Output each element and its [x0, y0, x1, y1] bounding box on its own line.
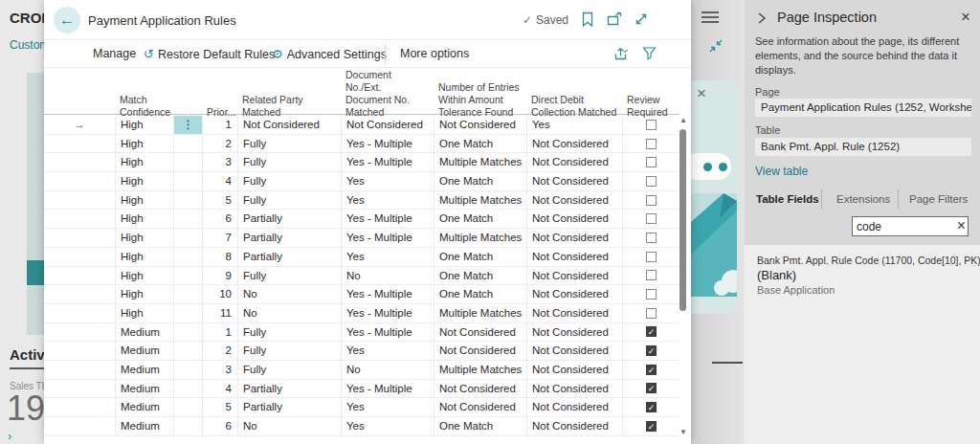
- cell-match-confidence[interactable]: High: [115, 248, 173, 266]
- cell-document-no[interactable]: Not Considered: [341, 116, 434, 134]
- review-required-checkbox[interactable]: ✓: [646, 402, 657, 412]
- cell-priority[interactable]: 1: [202, 323, 237, 342]
- cell-related-party[interactable]: Not Considered: [237, 116, 341, 134]
- cell-match-confidence[interactable]: High: [115, 229, 173, 247]
- cell-document-no[interactable]: Yes - Multiple: [341, 380, 434, 398]
- cell-direct-debit[interactable]: Not Considered: [526, 285, 622, 303]
- back-button[interactable]: ←: [54, 7, 80, 33]
- table-row[interactable]: High6PartiallyYes - MultipleOne MatchNot…: [44, 210, 679, 229]
- cell-ellipsis[interactable]: [173, 285, 202, 303]
- table-row[interactable]: Medium1FullyYes - MultipleNot Considered…: [44, 323, 679, 343]
- table-row[interactable]: High9FullyNoOne MatchNot Considered: [44, 267, 679, 286]
- cell-match-confidence[interactable]: High: [115, 210, 173, 228]
- row-selector-cell[interactable]: [44, 229, 115, 247]
- cell-entries[interactable]: One Match: [434, 248, 526, 266]
- row-selector-cell[interactable]: [44, 135, 115, 153]
- review-required-checkbox[interactable]: [646, 195, 657, 206]
- cell-direct-debit[interactable]: Not Considered: [526, 172, 622, 190]
- review-required-checkbox[interactable]: [646, 252, 657, 262]
- cell-priority[interactable]: 2: [202, 342, 237, 360]
- cell-direct-debit[interactable]: Not Considered: [526, 417, 622, 435]
- cell-direct-debit[interactable]: Not Considered: [526, 398, 622, 416]
- cell-ellipsis[interactable]: [173, 172, 202, 190]
- cell-related-party[interactable]: No: [237, 417, 341, 435]
- carousel-dot[interactable]: [703, 163, 712, 171]
- cell-priority[interactable]: 4: [202, 172, 237, 190]
- cell-ellipsis[interactable]: [173, 342, 202, 360]
- manage-menu[interactable]: Manage: [93, 47, 136, 60]
- column-header-document-no[interactable]: Document No./Ext. Document No. Matched: [341, 69, 434, 122]
- row-selector-cell[interactable]: [44, 342, 115, 360]
- cell-document-no[interactable]: Yes: [341, 248, 434, 266]
- close-icon[interactable]: ×: [961, 8, 970, 27]
- row-selector-cell[interactable]: [44, 191, 115, 210]
- advanced-settings-button[interactable]: ⚙Advanced Settings: [272, 47, 387, 61]
- cell-document-no[interactable]: Yes: [341, 342, 434, 360]
- cell-ellipsis[interactable]: [173, 417, 202, 435]
- table-row[interactable]: Medium4PartiallyYes - MultipleNot Consid…: [44, 380, 679, 399]
- cell-direct-debit[interactable]: Not Considered: [526, 361, 622, 379]
- cell-direct-debit[interactable]: Not Considered: [526, 135, 622, 153]
- cell-ellipsis[interactable]: [173, 210, 202, 228]
- cell-document-no[interactable]: Yes - Multiple: [341, 210, 434, 228]
- cell-entries[interactable]: One Match: [434, 417, 526, 435]
- row-selector-cell[interactable]: [44, 172, 115, 190]
- row-selector-cell[interactable]: [44, 304, 115, 322]
- cell-entries[interactable]: Not Considered: [434, 342, 526, 360]
- cell-match-confidence[interactable]: High: [115, 153, 173, 171]
- cell-related-party[interactable]: No: [237, 304, 341, 322]
- cell-related-party[interactable]: Fully: [237, 191, 341, 210]
- table-row[interactable]: High10NoYes - MultipleOne MatchNot Consi…: [44, 285, 679, 304]
- table-row[interactable]: High3FullyYes - MultipleMultiple Matches…: [44, 153, 679, 172]
- cell-ellipsis[interactable]: [173, 191, 202, 210]
- cell-entries[interactable]: One Match: [434, 210, 526, 228]
- review-required-checkbox[interactable]: [646, 233, 657, 243]
- review-required-checkbox[interactable]: [646, 120, 657, 130]
- cell-ellipsis[interactable]: [173, 323, 202, 342]
- cell-related-party[interactable]: No: [237, 285, 341, 303]
- row-selector-cell[interactable]: [44, 285, 115, 303]
- table-row[interactable]: Medium6NoYesOne MatchNot Considered✓: [44, 417, 679, 436]
- row-selector-cell[interactable]: [44, 210, 115, 228]
- cell-ellipsis[interactable]: [173, 398, 202, 416]
- tab-table-fields[interactable]: Table Fields: [756, 193, 819, 205]
- bookmark-icon[interactable]: [580, 11, 597, 29]
- table-row[interactable]: Medium5PartiallyYesNot ConsideredNot Con…: [44, 398, 679, 417]
- review-required-checkbox[interactable]: [646, 289, 657, 300]
- cell-related-party[interactable]: Partially: [237, 210, 341, 228]
- review-required-checkbox[interactable]: [646, 157, 657, 167]
- table-row[interactable]: Medium2FullyYesNot ConsideredNot Conside…: [44, 342, 679, 361]
- cell-entries[interactable]: One Match: [434, 172, 526, 190]
- table-row[interactable]: High11NoYes - MultipleMultiple MatchesNo…: [44, 304, 679, 323]
- table-row[interactable]: High5FullyYesMultiple MatchesNot Conside…: [44, 191, 679, 211]
- cell-entries[interactable]: Not Considered: [434, 380, 526, 398]
- row-selector-cell[interactable]: [44, 323, 115, 342]
- scroll-up-arrow-icon[interactable]: ▲: [679, 117, 687, 124]
- cell-ellipsis[interactable]: [173, 304, 202, 322]
- cell-related-party[interactable]: Fully: [237, 342, 341, 360]
- cell-ellipsis[interactable]: [173, 380, 202, 398]
- close-icon[interactable]: ×: [697, 84, 706, 103]
- cell-document-no[interactable]: Yes: [341, 191, 434, 210]
- more-options-menu[interactable]: More options: [400, 47, 469, 60]
- row-selector-cell[interactable]: [44, 361, 115, 379]
- cell-direct-debit[interactable]: Not Considered: [526, 153, 622, 171]
- cell-entries[interactable]: One Match: [434, 135, 526, 153]
- cell-document-no[interactable]: Yes - Multiple: [341, 285, 434, 303]
- cell-direct-debit[interactable]: Not Considered: [526, 342, 622, 360]
- cell-priority[interactable]: 1: [202, 116, 237, 134]
- cell-priority[interactable]: 3: [202, 153, 237, 171]
- table-row[interactable]: High7PartiallyYes - MultipleMultiple Mat…: [44, 229, 679, 248]
- hero-card-button[interactable]: [27, 260, 44, 285]
- review-required-checkbox[interactable]: [646, 270, 657, 280]
- cell-related-party[interactable]: Partially: [237, 398, 341, 416]
- cell-priority[interactable]: 4: [202, 380, 237, 398]
- review-required-checkbox[interactable]: [646, 139, 657, 149]
- row-selector-cell[interactable]: [44, 248, 115, 266]
- chevron-expand-icon[interactable]: [756, 11, 769, 25]
- active-row-arrow-icon[interactable]: →: [44, 116, 115, 134]
- column-header-review-required[interactable]: Review Required: [622, 69, 679, 122]
- cell-priority[interactable]: 7: [202, 229, 237, 247]
- cell-related-party[interactable]: Fully: [237, 135, 341, 153]
- cell-document-no[interactable]: Yes - Multiple: [341, 323, 434, 342]
